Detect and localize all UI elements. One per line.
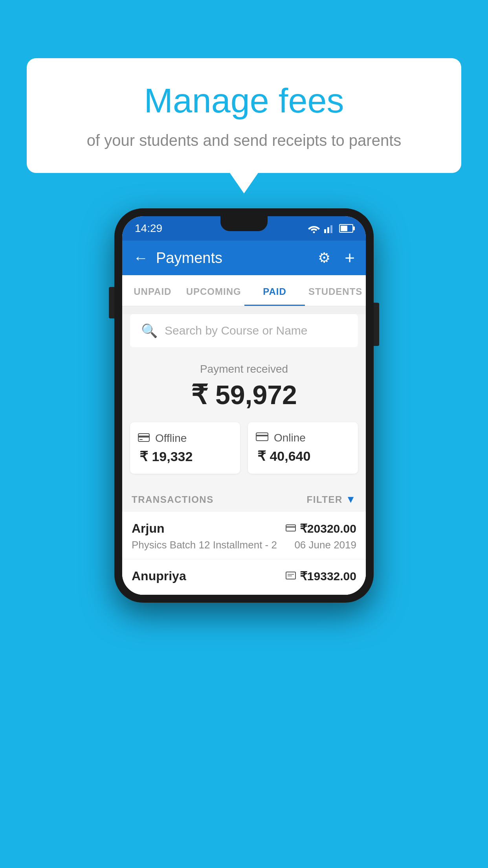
payment-received-label: Payment received: [122, 363, 366, 375]
offline-label: Offline: [155, 432, 187, 445]
transaction-amount: ₹20320.00: [300, 522, 356, 535]
svg-rect-5: [138, 436, 149, 438]
status-icons: [308, 224, 353, 233]
signal-icon: [324, 224, 335, 233]
svg-rect-8: [256, 435, 268, 436]
offline-icon: [138, 432, 150, 445]
phone-screen: 14:29: [122, 216, 366, 595]
transaction-name: Anupriya: [132, 569, 186, 583]
payment-received-amount: ₹ 59,972: [122, 379, 366, 410]
svg-rect-1: [324, 229, 326, 233]
svg-rect-11: [286, 572, 295, 579]
app-header: ← Payments ⚙ +: [122, 241, 366, 275]
online-amount: ₹ 40,640: [257, 448, 350, 464]
tab-bar: UNPAID UPCOMING PAID STUDENTS: [122, 275, 366, 306]
bubble-title: Manage fees: [46, 82, 442, 120]
transaction-row[interactable]: Arjun ₹20320.00 Physics: [122, 512, 366, 559]
online-label: Online: [274, 432, 306, 444]
speech-bubble-container: Manage fees of your students and send re…: [27, 58, 461, 173]
transaction-date: 06 June 2019: [294, 539, 356, 551]
transaction-row[interactable]: Anupriya ₹19332.00: [122, 559, 366, 595]
transactions-header: TRANSACTIONS FILTER ▼: [122, 485, 366, 512]
header-title: Payments: [156, 250, 310, 267]
tab-upcoming[interactable]: UPCOMING: [183, 275, 244, 306]
offline-card: Offline ₹ 19,332: [130, 422, 240, 474]
transaction-amount-row: ₹19332.00: [286, 569, 356, 583]
tab-paid[interactable]: PAID: [244, 275, 305, 306]
payment-received-section: Payment received ₹ 59,972: [122, 347, 366, 422]
content-area: 🔍 Search by Course or Name Payment recei…: [122, 314, 366, 595]
transaction-amount-row: ₹20320.00: [286, 522, 356, 535]
notch: [220, 216, 268, 231]
transaction-payment-icon: [286, 570, 296, 582]
tab-students[interactable]: STUDENTS: [305, 275, 366, 306]
phone-outer: 14:29: [114, 208, 374, 603]
svg-rect-6: [139, 439, 143, 440]
filter-funnel-icon: ▼: [346, 493, 356, 506]
bubble-subtitle: of your students and send receipts to pa…: [46, 129, 442, 151]
svg-rect-3: [330, 225, 332, 233]
search-placeholder: Search by Course or Name: [165, 324, 308, 337]
online-card: Online ₹ 40,640: [248, 422, 358, 474]
speech-bubble: Manage fees of your students and send re…: [27, 58, 461, 173]
status-bar: 14:29: [122, 216, 366, 241]
transaction-amount: ₹19332.00: [300, 569, 356, 583]
filter-label: FILTER: [307, 494, 343, 505]
svg-rect-7: [256, 433, 268, 441]
offline-amount: ₹ 19,332: [139, 449, 232, 464]
battery-icon: [339, 224, 353, 233]
phone-device: 14:29: [114, 208, 374, 603]
transactions-label: TRANSACTIONS: [132, 494, 214, 505]
svg-point-0: [313, 232, 315, 234]
back-button[interactable]: ←: [133, 250, 148, 267]
transaction-name: Arjun: [132, 521, 165, 536]
svg-rect-9: [286, 525, 295, 531]
payment-cards-row: Offline ₹ 19,332 Online: [122, 422, 366, 485]
svg-rect-2: [327, 227, 329, 233]
tab-unpaid[interactable]: UNPAID: [122, 275, 183, 306]
filter-button[interactable]: FILTER ▼: [307, 493, 356, 506]
transaction-payment-icon: [286, 522, 296, 535]
settings-icon[interactable]: ⚙: [318, 250, 330, 266]
search-bar[interactable]: 🔍 Search by Course or Name: [130, 314, 358, 347]
add-button[interactable]: +: [345, 248, 355, 268]
online-icon: [256, 432, 268, 444]
status-time: 14:29: [135, 222, 162, 235]
wifi-icon: [308, 224, 320, 233]
svg-rect-10: [286, 526, 295, 528]
transaction-course: Physics Batch 12 Installment - 2: [132, 539, 277, 551]
search-icon: 🔍: [141, 323, 158, 338]
